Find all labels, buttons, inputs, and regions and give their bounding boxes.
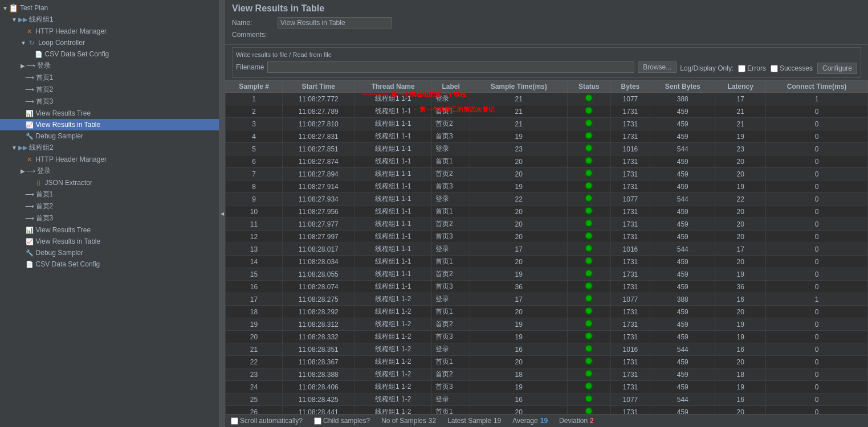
scroll-auto-label[interactable]: Scroll automatically? <box>231 417 303 425</box>
cell-value: 0 <box>766 406 868 414</box>
sidebar-item-csv-2[interactable]: 📄 CSV Data Set Config <box>0 258 219 270</box>
sidebar-item-results-table-2[interactable]: 📈 View Results in Table <box>0 236 219 247</box>
table-row[interactable]: 2311:08:28.388线程组1 1-2首页2181731459180 <box>226 368 868 381</box>
sidebar-item-loop-controller[interactable]: ▼ ↻ Loop Controller <box>0 37 219 48</box>
table-row[interactable]: 2611:08:28.441线程组1 1-2首页1201731459200 <box>226 406 868 414</box>
table-row[interactable]: 1111:08:27.977线程组1 1-1首页2201731459200 <box>226 218 868 231</box>
sampler-icon: ⟶ <box>25 97 34 106</box>
errors-checkbox[interactable] <box>738 65 745 72</box>
cell-value: 1731 <box>610 105 650 118</box>
cell-value: 24 <box>226 381 283 393</box>
sidebar-item-csv-1[interactable]: 📄 CSV Data Set Config <box>0 48 219 60</box>
sidebar-item-login-2[interactable]: ▶ ⟶ 登录 <box>0 165 219 177</box>
status-ok-icon <box>585 257 593 265</box>
collapse-handle[interactable]: ◀ <box>219 0 225 427</box>
table-row[interactable]: 111:08:27.772线程组1 1-1登录211077388171 <box>226 93 868 105</box>
sidebar-item-page1-1[interactable]: ⟶ 首页1 <box>0 72 219 84</box>
filename-input[interactable] <box>267 61 634 73</box>
cell-value: 16 <box>715 393 766 406</box>
table-row[interactable]: 1811:08:28.292线程组1 1-2首页1201731459200 <box>226 306 868 318</box>
table-row[interactable]: 211:08:27.789线程组1 1-1首页1211731459210 <box>226 105 868 118</box>
cell-label: 登录 <box>431 143 470 155</box>
cell-value: 线程组1 1-1 <box>354 180 431 193</box>
sidebar-item-page2-1[interactable]: ⟶ 首页2 <box>0 84 219 96</box>
table-row[interactable]: 611:08:27.874线程组1 1-1首页1201731459200 <box>226 155 868 168</box>
child-samples-checkbox[interactable] <box>314 417 321 425</box>
table-row[interactable]: 911:08:27.934线程组1 1-1登录221077544220 <box>226 193 868 206</box>
average-value: 19 <box>540 417 548 425</box>
name-input[interactable] <box>278 17 392 28</box>
cell-label: 首页1 <box>431 105 470 118</box>
sidebar-item-http-header-1[interactable]: ✕ HTTP Header Manager <box>0 26 219 37</box>
cell-value: 11:08:27.874 <box>282 155 354 168</box>
sidebar-item-page1-2[interactable]: ⟶ 首页1 <box>0 188 219 200</box>
sidebar-item-results-table-1[interactable]: 📈 View Results in Table <box>0 119 219 130</box>
sidebar-item-debug-1[interactable]: 🔧 Debug Sampler <box>0 130 219 142</box>
successes-checkbox[interactable] <box>771 65 778 72</box>
bottom-bar: Scroll automatically? Child samples? No … <box>225 414 868 427</box>
cell-value: 459 <box>650 231 715 243</box>
table-row[interactable]: 511:08:27.851线程组1 1-1登录231016544230 <box>226 143 868 155</box>
cell-value: 20 <box>470 155 568 168</box>
scroll-auto-checkbox[interactable] <box>231 417 238 425</box>
browse-button[interactable]: Browse... <box>638 61 677 73</box>
sidebar-item-debug-2[interactable]: 🔧 Debug Sampler <box>0 247 219 258</box>
sidebar-item-label: 线程组2 <box>29 143 54 153</box>
cell-value: 0 <box>766 118 868 130</box>
table-row[interactable]: 2511:08:28.425线程组1 1-2登录161077544160 <box>226 393 868 406</box>
cell-value: 0 <box>766 218 868 231</box>
table-row[interactable]: 1211:08:27.997线程组1 1-1首页3201731459200 <box>226 231 868 243</box>
table-row[interactable]: 311:08:27.810线程组1 1-1首页2211731459210 <box>226 118 868 130</box>
cell-value: 0 <box>766 306 868 318</box>
cell-value: 26 <box>226 406 283 414</box>
configure-button[interactable]: Configure <box>817 63 857 74</box>
table-row[interactable]: 1611:08:28.074线程组1 1-1首页3361731459360 <box>226 281 868 293</box>
results-table-container[interactable]: Sample #Start TimeThread NameLabelSample… <box>225 80 868 414</box>
sidebar-item-results-tree-1[interactable]: 📊 View Results Tree <box>0 108 219 119</box>
sidebar-item-page2-2[interactable]: ⟶ 首页2 <box>0 200 219 212</box>
child-samples-label[interactable]: Child samples? <box>314 417 370 425</box>
sidebar-item-results-tree-2[interactable]: 📊 View Results Tree <box>0 224 219 236</box>
sidebar-item-thread-group-1[interactable]: ▼ ▶▶ 线程组1 <box>0 14 219 26</box>
cell-value: 11:08:28.332 <box>282 331 354 343</box>
sidebar-item-page3-2[interactable]: ⟶ 首页3 <box>0 212 219 224</box>
table-row[interactable]: 1711:08:28.275线程组1 1-2登录171077388161 <box>226 293 868 306</box>
table-row[interactable]: 1011:08:27.956线程组1 1-1首页1201731459200 <box>226 206 868 218</box>
cell-value: 11:08:27.831 <box>282 130 354 143</box>
table-row[interactable]: 811:08:27.914线程组1 1-1首页3191731459190 <box>226 180 868 193</box>
errors-checkbox-label[interactable]: Errors <box>738 64 766 72</box>
sidebar-item-login-1[interactable]: ▶ ⟶ 登录 <box>0 60 219 72</box>
table-row[interactable]: 411:08:27.831线程组1 1-1首页3191731459190 <box>226 130 868 143</box>
cell-value: 20 <box>470 231 568 243</box>
cell-status <box>568 356 611 368</box>
cell-value: 21 <box>715 105 766 118</box>
cell-value: 20 <box>715 231 766 243</box>
cell-value: 1 <box>766 293 868 306</box>
sidebar-item-json-extractor[interactable]: {} JSON Extractor <box>0 177 219 188</box>
sidebar-item-http-header-2[interactable]: ✕ HTTP Header Manager <box>0 154 219 165</box>
cell-label: 首页2 <box>431 318 470 331</box>
table-row[interactable]: 2211:08:28.367线程组1 1-2首页1201731459200 <box>226 356 868 368</box>
column-header-connecttimems: Connect Time(ms) <box>766 81 868 93</box>
table-row[interactable]: 1911:08:28.312线程组1 1-2首页2191731459190 <box>226 318 868 331</box>
table-row[interactable]: 711:08:27.894线程组1 1-1首页2201731459200 <box>226 168 868 180</box>
sidebar-item-page3-1[interactable]: ⟶ 首页3 <box>0 96 219 108</box>
sidebar-item-label: 首页2 <box>36 85 54 95</box>
cell-value: 459 <box>650 180 715 193</box>
results-tree-icon: 📊 <box>25 109 34 118</box>
cell-value: 20 <box>715 155 766 168</box>
cell-label: 首页2 <box>431 168 470 180</box>
sidebar-item-thread-group-2[interactable]: ▼ ▶▶ 线程组2 <box>0 142 219 154</box>
cell-value: 11:08:28.388 <box>282 368 354 381</box>
sidebar-item-test-plan[interactable]: ▼ 📋 Test Plan <box>0 2 219 14</box>
table-row[interactable]: 1411:08:28.034线程组1 1-1首页1201731459200 <box>226 256 868 268</box>
sidebar-item-label: CSV Data Set Config <box>45 50 109 58</box>
table-row[interactable]: 2011:08:28.332线程组1 1-2首页3191731459190 <box>226 331 868 343</box>
table-row[interactable]: 2111:08:28.351线程组1 1-2登录161016544160 <box>226 343 868 356</box>
sidebar-item-label: View Results in Table <box>36 237 101 245</box>
successes-checkbox-label[interactable]: Successes <box>771 64 813 72</box>
table-row[interactable]: 1511:08:28.055线程组1 1-1首页2191731459190 <box>226 268 868 281</box>
table-row[interactable]: 1311:08:28.017线程组1 1-1登录171016544170 <box>226 243 868 256</box>
table-row[interactable]: 2411:08:28.406线程组1 1-2首页3191731459190 <box>226 381 868 393</box>
status-ok-icon <box>585 282 593 290</box>
